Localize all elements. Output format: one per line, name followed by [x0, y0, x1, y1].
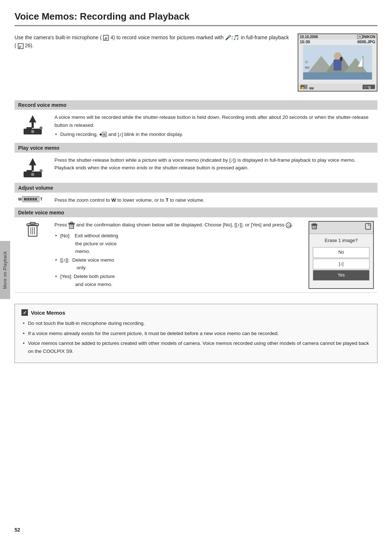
cam-scene-svg: ⊙ 6M — [303, 45, 372, 80]
svg-rect-13 — [340, 57, 342, 61]
svg-text:⊙: ⊙ — [305, 60, 308, 64]
page-title: Voice Memos: Recording and Playback — [15, 11, 377, 26]
svg-rect-52 — [313, 223, 315, 225]
svg-rect-44 — [70, 222, 73, 223]
adjust-icon-cell: W T — [15, 193, 51, 208]
play-header-row: Play voice memo — [15, 143, 377, 153]
play-content-row: Press the shutter-release button while a… — [15, 153, 377, 183]
svg-marker-20 — [29, 115, 36, 128]
delete-content-row: Press and the confirmation dialog shown … — [15, 217, 377, 293]
cam-in-badge: IN — [357, 35, 362, 39]
adjust-content-row: W T — [15, 193, 377, 208]
svg-rect-32 — [27, 198, 29, 200]
record-content-text: A voice memo will be recorded while the … — [54, 114, 368, 128]
trash-icon — [18, 221, 47, 241]
delete-section-inner: Press and the confirmation dialog shown … — [54, 221, 374, 289]
sections-table: Record voice memo — [15, 100, 377, 293]
delete-header-row: Delete voice memo — [15, 208, 377, 218]
svg-text:🧑: 🧑 — [301, 85, 305, 89]
book-icon-26: 🔊 — [18, 43, 24, 49]
adjust-text-cell: Press the zoom control to W to lower vol… — [51, 193, 377, 208]
side-tab: More on Playback — [0, 0, 10, 540]
camera-screen: 10.10.2006 100NIKON 15:30 0005.JPG IN — [298, 33, 377, 92]
notes-checkbox-icon: ✓ — [21, 309, 28, 316]
record-bullet-1: During recording, ●⊞ and [♪] blink in th… — [54, 130, 374, 138]
svg-point-23 — [31, 130, 34, 133]
delete-main-text: Press and the confirmation dialog shown … — [54, 221, 301, 289]
zoom-t-label: T — [40, 197, 42, 201]
delete-bullet-yes: [Yes]: Delete both picture and voice mem… — [54, 273, 301, 288]
camera-display-image: 10.10.2006 100NIKON 15:30 0005.JPG IN — [298, 33, 377, 92]
svg-text:6M: 6M — [305, 66, 310, 69]
page-container: More on Playback Voice Memos: Recording … — [0, 0, 392, 540]
svg-rect-56 — [366, 223, 371, 229]
record-bullets: During recording, ●⊞ and [♪] blink in th… — [54, 130, 374, 138]
adjust-post: to raise volume. — [168, 197, 204, 203]
page-number: 52 — [15, 527, 20, 533]
erase-dialog-doc-icon — [365, 223, 371, 232]
svg-marker-25 — [29, 158, 36, 171]
svg-text:OK: OK — [287, 224, 291, 227]
svg-point-29 — [40, 169, 42, 172]
delete-icon-cell — [15, 217, 51, 293]
cam-bottom-left: 🧑 — [300, 84, 308, 90]
svg-point-28 — [31, 173, 34, 176]
svg-rect-35 — [35, 198, 37, 200]
svg-rect-31 — [24, 198, 27, 200]
cam-icon-person: 🧑 — [300, 84, 308, 89]
adjust-header-row: Adjust volume — [15, 183, 377, 193]
delete-header-cell: Delete voice memo — [15, 208, 377, 218]
cam-counter: 4/ 4↓ — [362, 86, 369, 90]
note-item-2: If a voice memo already exists for the c… — [21, 330, 371, 338]
erase-dialog-body: Erase 1 image? No [♪] Yes — [309, 234, 373, 284]
record-icon-cell — [15, 110, 51, 143]
cam-date: 10.10.2006 — [300, 35, 318, 39]
adjust-bold-w: W — [111, 197, 116, 203]
erase-trash-icon — [311, 223, 317, 230]
note-item-1: Do not touch the built-in microphone dur… — [21, 319, 371, 327]
notes-bullets-list: Do not touch the built-in microphone dur… — [21, 319, 371, 355]
play-text-cell: Press the shutter-release button while a… — [51, 153, 377, 183]
inline-trash-icon — [68, 222, 75, 229]
adjust-mid: to lower volume, or to — [116, 197, 166, 203]
cam-scene: ⊙ 6M — [298, 42, 377, 82]
erase-options: No [♪] Yes — [313, 247, 369, 281]
adjust-pre: Press the zoom control to — [54, 197, 111, 203]
delete-bullet-memo: [[♪]]: Delete voice memo only. — [54, 256, 301, 272]
svg-rect-33 — [30, 198, 32, 200]
record-header-cell: Record voice memo — [15, 100, 377, 110]
svg-rect-34 — [32, 198, 34, 200]
book-icon-4: 🔊 — [103, 35, 109, 41]
svg-point-24 — [40, 126, 42, 129]
erase-dialog: Erase 1 image? No [♪] Yes — [309, 221, 374, 289]
erase-title: Erase 1 image? — [313, 237, 369, 245]
side-tab-label: More on Playback — [3, 251, 8, 289]
erase-option-yes: Yes — [313, 270, 369, 281]
ok-button-icon: OK — [286, 222, 291, 228]
svg-rect-38 — [30, 222, 35, 224]
delete-bullets: [No]: Exit without deleting the picture … — [54, 232, 301, 288]
zoom-bar — [23, 196, 39, 202]
cam-6m: 6M — [309, 86, 314, 90]
notes-title-text: Voice Memos — [31, 310, 65, 316]
record-text-cell: A voice memo will be recorded while the … — [51, 110, 377, 143]
zoom-bar-svg — [24, 197, 38, 201]
record-icon-svg — [20, 113, 45, 135]
svg-rect-12 — [334, 60, 342, 70]
note-item-3: Voice memos cannot be added to pictures … — [21, 339, 371, 355]
erase-option-no: No — [313, 247, 369, 258]
play-icon-svg — [20, 156, 45, 178]
adjust-header-cell: Adjust volume — [15, 183, 377, 193]
erase-option-memo: [♪] — [313, 259, 369, 269]
erase-dialog-topbar — [309, 222, 373, 234]
record-header-row: Record voice memo — [15, 100, 377, 110]
delete-bullet-no: [No]: Exit without deleting the picture … — [54, 232, 301, 255]
intro-text: Use the camera's built-in microphone ( 🔊… — [15, 33, 289, 92]
svg-rect-22 — [26, 127, 32, 130]
record-content-row: A voice memo will be recorded while the … — [15, 110, 377, 143]
play-header-cell: Play voice memo — [15, 143, 377, 153]
svg-text:🔊: 🔊 — [19, 45, 22, 48]
notes-title-row: ✓ Voice Memos — [21, 309, 371, 316]
cam-top-bar: 10.10.2006 100NIKON — [298, 34, 377, 40]
play-icon-cell — [15, 153, 51, 183]
